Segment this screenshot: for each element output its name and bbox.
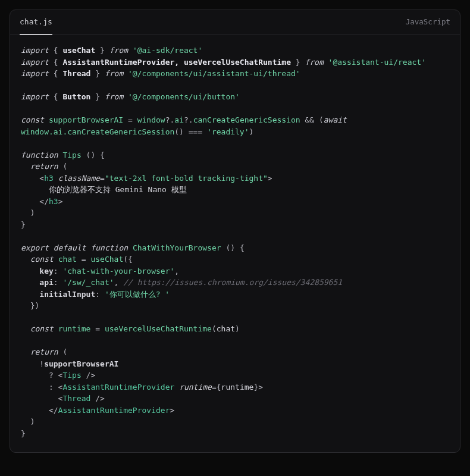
token-punc (21, 255, 30, 264)
token-tag: AssistantRuntimeProvider (58, 406, 170, 415)
code-line[interactable] (21, 137, 449, 149)
token-comm: // https://issues.chromium.org/issues/34… (123, 278, 342, 287)
code-panel: chat.js JavaScript import { useChat } fr… (10, 10, 460, 453)
token-lit: key (39, 267, 53, 275)
code-line[interactable]: import { AssistantRuntimeProvider, useVe… (21, 57, 449, 68)
token-punc: < (21, 174, 44, 183)
token-func: ai (174, 115, 184, 124)
token-punc (21, 267, 39, 275)
token-plain: chat (217, 324, 235, 333)
token-punc: </ (21, 197, 49, 206)
code-line[interactable]: <Thread /> (21, 393, 449, 405)
code-line[interactable] (21, 335, 449, 347)
code-line[interactable]: import { Button } from '@/components/ui/… (21, 91, 449, 103)
token-punc: { (49, 58, 62, 67)
code-line[interactable]: function Tips () { (21, 149, 449, 161)
tab-bar: chat.js JavaScript (10, 10, 460, 35)
code-line[interactable]: ? <Tips /> (21, 369, 449, 381)
code-line[interactable]: const runtime = useVercelUseChatRuntime(… (21, 323, 449, 335)
token-punc: ( (58, 347, 68, 356)
token-punc (324, 58, 328, 67)
token-str: '/sw/_chat' (62, 278, 114, 287)
token-str: 'chat-with-your-browser' (62, 267, 174, 275)
code-body[interactable]: import { useChat } from '@ai-sdk/react'i… (10, 35, 460, 452)
token-punc: > (58, 197, 63, 206)
token-punc (21, 324, 30, 333)
code-line[interactable]: } (21, 219, 449, 231)
code-line[interactable]: import { Thread } from '@/components/ui/… (21, 68, 449, 80)
code-line[interactable]: key: 'chat-with-your-browser', (21, 265, 449, 277)
token-punc: } (21, 429, 26, 438)
token-func: useChat (90, 255, 123, 264)
token-punc: , (114, 278, 124, 287)
token-str: '@assistant-ui/react' (328, 58, 426, 67)
code-line[interactable] (21, 230, 449, 242)
token-tag: AssistantRuntimeProvider (62, 383, 174, 392)
token-punc (49, 243, 54, 252)
token-punc: > (268, 174, 272, 183)
token-punc: } (90, 92, 104, 101)
token-punc: : (54, 267, 63, 275)
token-punc (21, 290, 39, 299)
file-tab[interactable]: chat.js (20, 10, 52, 35)
code-line[interactable]: ) (21, 416, 449, 428)
token-punc (21, 278, 39, 287)
token-key: from (105, 92, 123, 101)
code-line[interactable]: initialInput: '你可以做什么? ' (21, 289, 449, 300)
code-line[interactable]: const supportBrowserAI = window?.ai?.can… (21, 114, 449, 126)
code-line[interactable]: ) (21, 207, 449, 219)
token-tag: Tips (62, 371, 81, 380)
code-line[interactable]: return ( (21, 161, 449, 173)
code-line[interactable]: }) (21, 300, 449, 312)
token-punc: > (170, 406, 174, 415)
token-key: export (21, 243, 49, 252)
code-line[interactable]: : <AssistantRuntimeProvider runtime={run… (21, 381, 449, 393)
token-punc (347, 115, 352, 124)
token-punc: : (95, 290, 105, 299)
token-key: function (21, 151, 58, 159)
code-line[interactable]: </h3> (21, 196, 449, 208)
token-punc (123, 92, 128, 101)
token-id: Button (62, 92, 90, 101)
code-line[interactable]: window.ai.canCreateGenericSession() === … (21, 126, 449, 138)
token-punc: && ( (300, 115, 324, 124)
token-punc: }) (21, 301, 39, 310)
code-line[interactable]: !supportBrowserAI (21, 358, 449, 370)
token-punc (21, 162, 30, 171)
token-punc (44, 115, 49, 124)
token-punc: /> (90, 394, 104, 403)
token-punc: : (54, 278, 63, 287)
token-func: ChatWithYourBrowser (133, 243, 221, 252)
token-tag: h3 (49, 197, 58, 206)
code-line[interactable]: <h3 className="text-2xl font-bold tracki… (21, 173, 449, 184)
token-punc: , (174, 267, 179, 275)
code-line[interactable]: export default function ChatWithYourBrow… (21, 242, 449, 254)
token-key: from (109, 46, 128, 55)
token-func: Tips (62, 151, 81, 159)
token-punc (54, 255, 58, 264)
token-func: window.ai.canCreateGenericSession (21, 127, 174, 136)
code-line[interactable]: api: '/sw/_chat', // https://issues.chro… (21, 277, 449, 289)
token-punc: ?. (184, 115, 193, 124)
token-punc: ) (21, 208, 35, 217)
code-line[interactable] (21, 103, 449, 115)
code-line[interactable]: </AssistantRuntimeProvider> (21, 405, 449, 416)
code-line[interactable] (21, 312, 449, 324)
code-line[interactable]: } (21, 428, 449, 440)
token-func: window (137, 115, 165, 124)
code-line[interactable]: return ( (21, 346, 449, 358)
code-line[interactable]: 你的浏览器不支持 Gemini Nano 模型 (21, 184, 449, 196)
code-line[interactable]: import { useChat } from '@ai-sdk/react' (21, 45, 449, 57)
token-punc: ? < (21, 371, 62, 380)
token-punc: ({ (123, 255, 133, 264)
token-punc: = (100, 174, 105, 183)
token-plain: runtime (221, 383, 254, 392)
token-key: import (21, 46, 49, 55)
code-line[interactable] (21, 80, 449, 92)
token-punc (128, 243, 133, 252)
token-punc (174, 383, 179, 392)
token-punc: } (291, 58, 305, 67)
token-punc: </ (21, 406, 58, 415)
code-line[interactable]: const chat = useChat({ (21, 253, 449, 265)
token-func: runtime (58, 324, 91, 333)
